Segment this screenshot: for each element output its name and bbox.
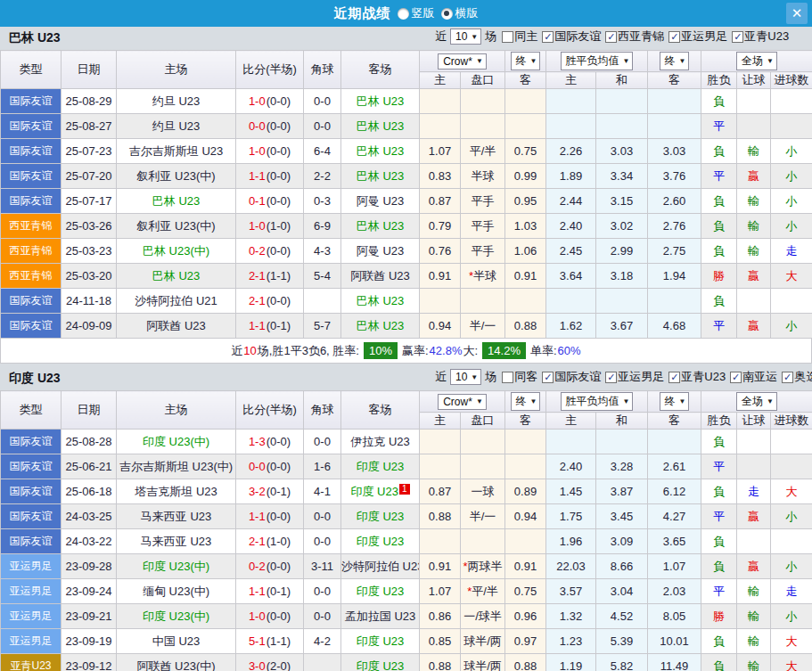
cell-avg-home-odds: 1.32	[546, 604, 596, 629]
cell-handicap-home-odds: 0.79	[420, 214, 461, 239]
cell-result-value: 負	[713, 244, 725, 258]
cell-result-value: 負	[713, 634, 725, 648]
scope-select[interactable]: 全场▼	[736, 392, 777, 411]
avg-final-select[interactable]: 终▼	[660, 392, 690, 411]
cell-handicap-away-odds: 0.99	[505, 164, 546, 189]
league-badge: 西亚青锦	[1, 214, 62, 239]
cell-result: 平	[701, 164, 737, 189]
col-header-away: 客场	[341, 51, 420, 89]
cell-goals-result: 大	[771, 654, 812, 671]
odds-final-select[interactable]: 终▼	[511, 52, 541, 70]
cell-avg-away-odds: 3.76	[648, 164, 701, 189]
league-checkbox[interactable]: ✓亚青U23	[668, 369, 726, 385]
cell-avg-away-odds: 1.94	[648, 264, 701, 289]
odds-company-select[interactable]: Crow*▼	[438, 394, 487, 410]
cell-handicap-home-odds	[420, 529, 461, 554]
section-bahrain: 巴林 U23 近10▼场同主✓国际友谊✓西亚青锦✓亚运男足✓亚青U23 类型日期…	[0, 27, 812, 364]
odds-final-select[interactable]: 终▼	[511, 392, 541, 411]
full-time-score: 2-1	[249, 294, 266, 307]
cell-date: 25-08-27	[62, 114, 117, 139]
cell-handicap-home-odds	[420, 289, 461, 314]
cell-date: 23-09-24	[62, 579, 117, 604]
cell-handicap-result: 輸	[737, 139, 771, 164]
col-header-goals: 进球数	[771, 72, 812, 89]
cell-handicap-result	[737, 89, 771, 114]
col-header-handicap: 盘口	[461, 72, 505, 89]
cell-goals-result	[771, 529, 812, 554]
checkbox-label: 南亚运	[742, 369, 777, 385]
cell-avg-away-odds	[648, 289, 701, 314]
away-team-name: 巴林 U23	[357, 294, 404, 307]
cell-avg-draw-odds: 3.28	[596, 454, 648, 479]
cell-result: 負	[701, 189, 737, 214]
league-checkbox[interactable]: ✓南亚运	[730, 369, 777, 385]
league-badge: 西亚青锦	[1, 264, 62, 289]
cell-home-team: 中国 U23	[117, 629, 236, 654]
league-checkbox[interactable]: ✓西亚青锦	[605, 29, 664, 45]
cell-handicap-away-odds: 0.89	[505, 479, 546, 504]
close-icon[interactable]: ✕	[786, 3, 808, 24]
home-team-name: 叙利亚 U23(中)	[136, 219, 215, 233]
half-time-score: (1-1)	[267, 634, 291, 648]
cell-handicap-home-odds: 0.87	[420, 189, 461, 214]
cell-handicap-line	[461, 430, 505, 454]
cell-result: 負	[701, 629, 737, 654]
league-checkbox[interactable]: ✓亚青U23	[732, 29, 789, 45]
cell-handicap-line: 平手	[461, 239, 505, 264]
cell-goals-result-value: 小	[786, 510, 798, 523]
cell-date: 25-06-21	[62, 454, 117, 479]
cell-home-team: 印度 U23(中)	[117, 604, 236, 629]
cell-home-team: 吉尔吉斯斯坦 U23(中)	[117, 454, 236, 479]
half-time-score: (0-0)	[267, 294, 291, 307]
cell-away-team: 孟加拉国 U23	[341, 604, 420, 629]
away-team-name: 阿联酋 U23	[350, 269, 409, 282]
chevron-down-icon: ▼	[679, 397, 686, 405]
full-time-score: 1-0	[249, 144, 266, 158]
cell-date: 24-03-22	[62, 529, 117, 554]
full-time-score: 1-0	[249, 94, 266, 108]
radio-vertical-layout[interactable]: 竖版	[398, 5, 435, 21]
away-team-name: 阿曼 U23	[357, 194, 404, 208]
away-team-name: 巴林 U23	[357, 94, 404, 108]
cell-corner: 5-7	[304, 314, 341, 339]
league-badge: 国际友谊	[1, 164, 62, 189]
scope-select[interactable]: 全场▼	[736, 52, 777, 70]
odds-company-select[interactable]: Crow*▼	[438, 53, 487, 70]
league-checkbox[interactable]: ✓国际友谊	[542, 29, 601, 45]
chevron-down-icon: ▼	[767, 57, 774, 65]
cell-avg-home-odds	[546, 89, 596, 114]
half-time-score: (1-0)	[267, 535, 291, 548]
checkbox-checked-icon: ✓	[668, 372, 680, 383]
cell-home-team: 巴林 U23	[117, 264, 236, 289]
cell-handicap-away-odds: 0.91	[505, 264, 546, 289]
league-checkbox[interactable]: 同主	[502, 29, 537, 45]
league-checkbox[interactable]: ✓亚运男足	[668, 29, 727, 45]
league-badge: 国际友谊	[1, 504, 62, 529]
cell-home-team: 印度 U23(中)	[117, 430, 236, 454]
cell-score: 1-1(0-1)	[236, 579, 304, 604]
games-count-select[interactable]: 10▼	[450, 369, 481, 385]
games-count-select[interactable]: 10▼	[450, 29, 481, 45]
cell-handicap-line: 平手	[461, 189, 505, 214]
cell-away-team: 印度 U23	[341, 654, 420, 671]
cell-result-value: 負	[713, 94, 725, 108]
cell-handicap-away-odds	[505, 289, 546, 314]
league-checkbox[interactable]: ✓奥选赛	[782, 369, 812, 385]
league-checkbox[interactable]: 同客	[502, 369, 537, 385]
avg-final-select[interactable]: 终▼	[660, 52, 690, 70]
cell-handicap-away-odds: 0.75	[505, 139, 546, 164]
cell-avg-home-odds: 2.40	[546, 214, 596, 239]
cell-avg-draw-odds: 8.66	[596, 554, 648, 579]
cell-handicap-result	[737, 430, 771, 454]
avg-type-select[interactable]: 胜平负均值▼	[561, 392, 634, 411]
cell-avg-away-odds: 4.27	[648, 504, 701, 529]
avg-type-select[interactable]: 胜平负均值▼	[561, 52, 634, 70]
cell-goals-result	[771, 289, 812, 314]
home-team-name: 巴林 U23(中)	[143, 244, 209, 258]
cell-home-team: 沙特阿拉伯 U21	[117, 289, 236, 314]
league-checkbox[interactable]: ✓亚运男足	[605, 369, 664, 385]
league-checkbox[interactable]: ✓国际友谊	[542, 369, 601, 385]
radio-horizontal-layout[interactable]: 横版	[441, 5, 479, 21]
cell-handicap-away-odds	[505, 529, 546, 554]
cell-result: 平	[701, 504, 737, 529]
